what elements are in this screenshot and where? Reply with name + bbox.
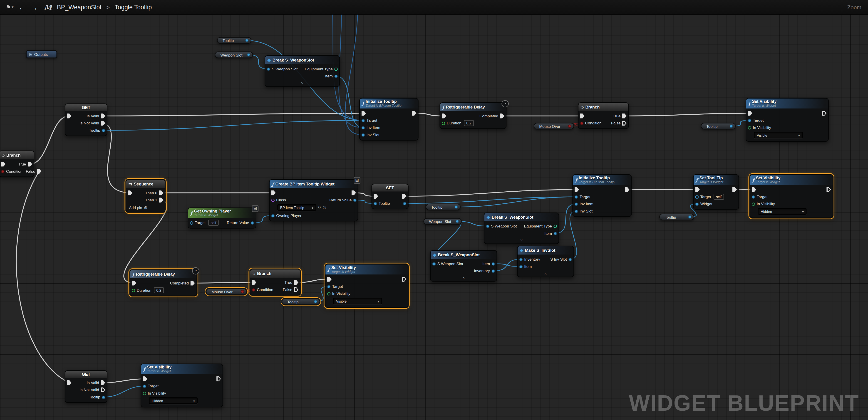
target-pin[interactable]: [752, 195, 755, 199]
pin[interactable]: Inv Slot: [575, 207, 592, 215]
tooltip-pin[interactable]: [688, 215, 691, 219]
inv-slot-pin[interactable]: [362, 133, 365, 137]
node-setvis_mid[interactable]: ƒSet VisibilityTarget is WidgetTargetIn …: [325, 264, 409, 308]
pin[interactable]: [67, 112, 71, 120]
pin[interactable]: [67, 379, 71, 386]
pin[interactable]: [402, 193, 406, 200]
s-inv-slot-pin[interactable]: [568, 258, 572, 261]
pin[interactable]: Completed: [170, 280, 195, 287]
exec-pin[interactable]: [362, 111, 366, 116]
target-pin[interactable]: [362, 119, 365, 122]
pin[interactable]: Then 1: [145, 196, 163, 204]
item-pin[interactable]: [519, 265, 523, 268]
class-pin[interactable]: [271, 198, 275, 202]
exec-pin[interactable]: [1, 162, 6, 167]
pin[interactable]: Item: [483, 260, 495, 267]
inv-item-pin[interactable]: [362, 126, 365, 129]
exec-pin[interactable]: [101, 121, 105, 126]
condition-pin[interactable]: [252, 288, 255, 291]
node-make_invslot[interactable]: ◆Make S_InvSlotInventoryS Inv SlotItem˄: [517, 246, 574, 277]
pin[interactable]: [402, 276, 406, 283]
exec-pin[interactable]: [143, 377, 147, 381]
pin[interactable]: [827, 186, 831, 193]
pin[interactable]: Tooltip: [374, 200, 390, 207]
node-get_top[interactable]: GETIs ValidIs Not ValidTooltip: [65, 103, 107, 136]
pin[interactable]: [362, 110, 366, 117]
pin[interactable]: [733, 186, 737, 193]
pin[interactable]: [216, 375, 221, 383]
tooltip-pin[interactable]: [455, 205, 458, 208]
value-box[interactable]: self: [714, 194, 724, 200]
forward-button[interactable]: →: [31, 3, 38, 11]
equipment-type-pin[interactable]: [334, 67, 338, 71]
exec-pin[interactable]: [327, 277, 332, 282]
inventory-pin[interactable]: [519, 258, 523, 261]
add-pin-button[interactable]: Add pin⊕: [126, 205, 165, 212]
s-weapon-slot-pin[interactable]: [486, 224, 489, 228]
exec-pin[interactable]: [402, 277, 406, 282]
pin[interactable]: [327, 276, 332, 283]
equipment-type-pin[interactable]: [554, 224, 557, 228]
pin[interactable]: Tooltip: [89, 393, 105, 401]
node-delay_top[interactable]: ƒRetriggerable Delay◔CompletedDuration0.…: [439, 102, 506, 129]
node-setvis_r[interactable]: ƒSet VisibilityTarget is WidgetTargetIn …: [749, 174, 833, 218]
pin[interactable]: Target: [748, 117, 764, 124]
widget-pin[interactable]: [695, 202, 699, 206]
pin[interactable]: S Weapon Slot: [267, 65, 298, 73]
expand-chevron-icon[interactable]: ˅: [485, 238, 559, 244]
variable-node-var_tooltip_sel[interactable]: Tooltip: [282, 298, 320, 305]
pin[interactable]: False: [611, 120, 627, 127]
pin[interactable]: In Visibility: [748, 124, 771, 131]
node-branch_mid[interactable]: ◇BranchTrueConditionFalse: [250, 269, 301, 296]
pin[interactable]: Target: [362, 117, 377, 124]
node-branch_top[interactable]: ◇BranchTrueConditionFalse: [578, 102, 629, 129]
target-pin[interactable]: [143, 384, 146, 388]
owning-player-pin[interactable]: [271, 214, 275, 217]
pin[interactable]: Item: [545, 230, 557, 237]
s-weapon-slot-pin[interactable]: [267, 67, 270, 71]
exec-pin[interactable]: [101, 114, 105, 119]
pin[interactable]: False: [283, 286, 299, 293]
exec-pin[interactable]: [625, 187, 629, 192]
exec-pin[interactable]: [132, 281, 136, 286]
pin[interactable]: Condition: [252, 286, 273, 293]
exec-pin[interactable]: [101, 380, 105, 385]
target-pin[interactable]: [748, 119, 751, 122]
exec-pin[interactable]: [128, 191, 132, 195]
return-value-pin[interactable]: [251, 221, 254, 225]
pin[interactable]: True: [613, 112, 627, 120]
exec-pin[interactable]: [575, 187, 579, 192]
exec-pin[interactable]: [28, 162, 32, 167]
pin[interactable]: S Weapon Slot: [486, 223, 517, 230]
pin[interactable]: Targetself: [190, 219, 218, 227]
duration-pin[interactable]: [132, 289, 135, 292]
exec-pin[interactable]: [252, 280, 256, 285]
value-box[interactable]: 0.2: [154, 287, 164, 293]
in-visibility-pin[interactable]: [143, 392, 146, 395]
class-dropdown[interactable]: BP Item Tooltip▾: [277, 204, 316, 211]
node-break_top[interactable]: ◆Break S_WeaponSlotS Weapon SlotEquipmen…: [265, 55, 340, 87]
target-pin[interactable]: [327, 285, 331, 288]
pin[interactable]: Target: [752, 193, 767, 200]
pin[interactable]: Is Valid: [87, 112, 105, 120]
pin[interactable]: Duration0.2: [442, 120, 473, 127]
pin[interactable]: Target: [143, 383, 158, 390]
condition-pin[interactable]: [1, 170, 4, 173]
pin[interactable]: Inv Slot: [362, 131, 379, 138]
pin[interactable]: Inventory: [474, 267, 495, 274]
graph-canvas[interactable]: ⊞OutputsTooltipWeapon Slot◆Break S_Weapo…: [0, 0, 868, 420]
node-createwidget[interactable]: ƒCreate BP Item Tooltip Widget⊞ClassBP I…: [269, 180, 358, 221]
expand-chevron-icon[interactable]: ˄: [518, 272, 574, 277]
pin[interactable]: [580, 112, 585, 120]
pin[interactable]: Equipment Type: [305, 65, 338, 73]
pin[interactable]: In Visibility: [143, 390, 166, 397]
pin[interactable]: In Visibility: [327, 290, 350, 297]
pin[interactable]: Widget: [695, 200, 712, 208]
pin[interactable]: [412, 110, 416, 117]
pin[interactable]: Return Value: [329, 196, 356, 204]
pin[interactable]: Item: [325, 72, 338, 80]
mouse-over-pin[interactable]: [241, 290, 244, 293]
exec-pin[interactable]: [822, 111, 827, 116]
variable-node-var_tooltip_top[interactable]: Tooltip: [217, 37, 251, 43]
s-weapon-slot-pin[interactable]: [432, 262, 436, 265]
